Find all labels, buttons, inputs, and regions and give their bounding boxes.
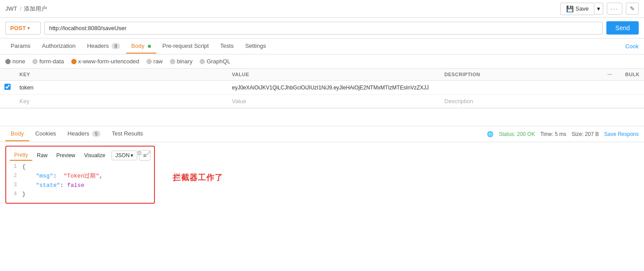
status-badge: Status: 200 OK [499,131,535,137]
tab-authorization[interactable]: Authorization [37,39,81,54]
table-row: token eyJ0eXAiOiJKV1QiLCJhbGciOiJIUzI1Ni… [0,81,644,95]
code-tab-preview[interactable]: Preview [52,151,80,160]
more-options-button[interactable]: ··· [607,3,622,15]
method-select[interactable]: POST ▾ [5,22,41,35]
save-label: Save [575,5,589,12]
row-key-cell[interactable]: token [15,81,228,95]
code-line-4: 4 } [10,190,150,199]
empty-value-cell[interactable]: Value [228,95,440,108]
col-checkbox-header [0,69,15,81]
response-body-container: Pretty Raw Preview Visualize JSON ▾ ≡ 1 … [0,142,644,207]
radio-urlencoded-icon [71,59,77,64]
url-input[interactable] [44,22,603,35]
tab-params[interactable]: Params [5,39,36,54]
code-line-1: 1 { [10,163,150,172]
code-tab-raw[interactable]: Raw [32,151,52,160]
col-desc-header: DESCRIPTION [440,69,603,81]
tab-response-headers[interactable]: Headers 5 [62,127,106,141]
empty-checkbox-cell [0,95,15,108]
tab-response-cookies[interactable]: Cookies [30,127,62,141]
request-tabs-list: Params Authorization Headers 8 Body Pre-… [5,39,271,54]
col-more-header: ··· [603,69,621,81]
body-type-form-data[interactable]: form-data [32,58,64,65]
radio-none-icon [5,59,11,64]
radio-graphql-icon [200,59,205,64]
row-bulk-cell [621,81,644,95]
save-response-button[interactable]: Save Respons [604,131,639,137]
format-selector[interactable]: JSON ▾ [112,151,137,160]
top-bar: JWT / 添加用户 💾 Save ▾ ··· ✎ [0,0,644,18]
empty-key-cell[interactable]: Key [15,95,228,108]
response-status-bar: 🌐 Status: 200 OK Time: 5 ms Size: 207 B … [487,131,639,137]
body-type-raw[interactable]: raw [147,58,163,65]
response-message: 拦截器工作了 [173,172,223,204]
body-type-graphql[interactable]: GraphQL [200,58,230,65]
method-arrow-icon: ▾ [27,26,30,31]
radio-formdata-icon [32,59,38,64]
code-tab-pretty[interactable]: Pretty [10,150,32,161]
send-button[interactable]: Send [606,21,639,35]
request-tabs: Params Authorization Headers 8 Body Pre-… [0,39,644,54]
tab-headers[interactable]: Headers 8 [82,39,125,54]
time-label: Time: 5 ms [540,131,567,137]
row-more-cell [603,81,621,95]
empty-bulk-cell [621,95,644,108]
code-tab-visualize[interactable]: Visualize [80,151,110,160]
size-label: Size: 207 B [572,131,599,137]
save-group: 💾 Save ▾ [560,3,603,15]
code-area: 1 { 2 "msg": "Token过期", 3 "state": false… [10,163,150,199]
table-row-empty: Key Value Description [0,95,644,108]
body-type-binary[interactable]: binary [170,58,193,65]
url-bar: POST ▾ Send [0,18,644,39]
response-body-panel: Pretty Raw Preview Visualize JSON ▾ ≡ 1 … [5,146,155,204]
body-active-dot [148,45,151,48]
method-label: POST [10,25,26,31]
response-headers-badge: 5 [92,131,100,137]
tab-tests[interactable]: Tests [215,39,239,54]
expand-button[interactable]: ⤢ [146,149,151,156]
tab-response-test-results[interactable]: Test Results [107,127,149,141]
col-value-header: VALUE [228,69,440,81]
cookies-link[interactable]: Cook [625,43,639,50]
top-bar-actions: 💾 Save ▾ ··· ✎ [560,3,639,15]
row-value-cell[interactable]: eyJ0eXAiOiJKV1QiLCJhbGciOiJIUzI1NiJ9.eyJ… [228,81,440,95]
format-arrow-icon: ▾ [131,152,133,159]
breadcrumb-jwt: JWT [5,5,17,12]
row-checkbox[interactable] [4,84,11,90]
params-table: KEY VALUE DESCRIPTION ··· Bulk token eyJ… [0,69,644,108]
copy-button[interactable]: ⧉ [137,149,142,157]
globe-icon: 🌐 [487,131,494,137]
col-bulk-header: Bulk [621,69,644,81]
body-type-tabs: none form-data x-www-form-urlencoded raw… [0,54,644,69]
empty-desc-cell[interactable]: Description [440,95,603,108]
row-checkbox-cell[interactable] [0,81,15,95]
response-tabs-row: Body Cookies Headers 5 Test Results 🌐 St… [0,126,644,142]
body-type-none[interactable]: none [5,58,25,65]
spacer [0,108,644,126]
tab-response-body[interactable]: Body [5,127,29,141]
body-type-urlencoded[interactable]: x-www-form-urlencoded [71,58,139,65]
breadcrumb: JWT / 添加用户 [5,5,47,13]
tab-pre-request[interactable]: Pre-request Script [157,39,214,54]
save-icon: 💾 [566,5,574,12]
empty-more-cell [603,95,621,108]
row-desc-cell[interactable] [440,81,603,95]
response-tabs-list: Body Cookies Headers 5 Test Results [5,127,148,141]
tab-body[interactable]: Body [126,39,156,54]
col-key-header: KEY [15,69,228,81]
breadcrumb-add: 添加用户 [24,5,47,13]
code-line-2: 2 "msg": "Token过期", [10,172,150,181]
radio-binary-icon [170,59,175,64]
code-toolbar: Pretty Raw Preview Visualize JSON ▾ ≡ [10,150,150,161]
radio-raw-icon [147,59,152,64]
tab-settings[interactable]: Settings [240,39,271,54]
save-dropdown-button[interactable]: ▾ [594,3,603,15]
breadcrumb-sep: / [20,5,22,12]
chevron-down-icon: ▾ [597,5,600,12]
save-button[interactable]: 💾 Save [560,3,594,15]
headers-badge: 8 [112,43,120,49]
params-table-wrapper: KEY VALUE DESCRIPTION ··· Bulk token eyJ… [0,69,644,108]
code-line-3: 3 "state": false [10,181,150,190]
edit-icon: ✎ [630,5,635,12]
edit-button[interactable]: ✎ [626,3,639,15]
